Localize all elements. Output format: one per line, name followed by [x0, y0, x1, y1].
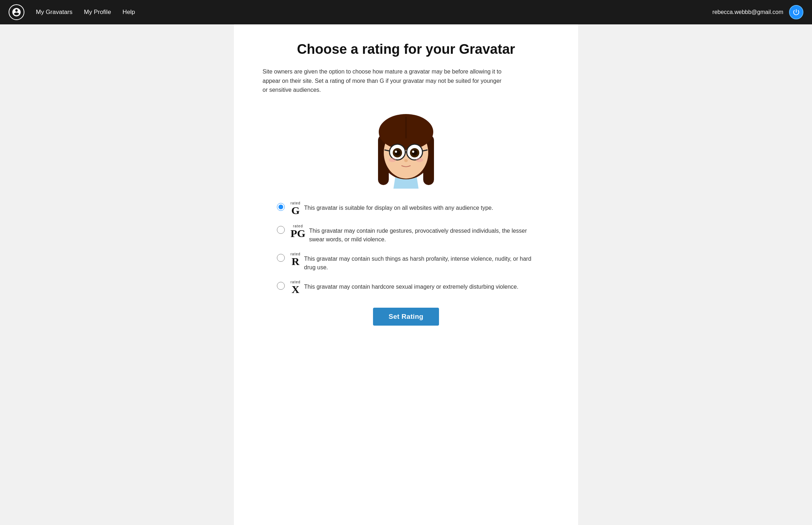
navbar-left: My Gravatars My Profile Help: [9, 4, 135, 20]
svg-point-16: [412, 151, 414, 153]
svg-point-13: [395, 151, 397, 153]
rating-pg-badge: rated PG: [291, 224, 306, 239]
avatar-container: [263, 106, 549, 189]
rating-g-badge: rated G: [291, 202, 301, 216]
help-link[interactable]: Help: [123, 9, 135, 16]
my-gravatars-link[interactable]: My Gravatars: [36, 9, 72, 16]
rating-x-radio[interactable]: [277, 282, 285, 290]
avatar: [367, 106, 445, 189]
svg-point-17: [404, 159, 408, 162]
user-email: rebecca.webbb@gmail.com: [712, 9, 783, 15]
rating-x-label[interactable]: rated X This gravatar may contain hardco…: [291, 280, 518, 295]
rating-option-x: rated X This gravatar may contain hardco…: [277, 280, 535, 295]
rating-option-g: rated G This gravatar is suitable for di…: [277, 202, 535, 216]
button-container: Set Rating: [263, 308, 549, 326]
rating-r-radio[interactable]: [277, 254, 285, 262]
svg-point-18: [389, 158, 396, 162]
rating-option-r: rated R This gravatar may contain such t…: [277, 252, 535, 272]
svg-point-19: [416, 158, 423, 162]
page-description: Site owners are given the option to choo…: [263, 67, 506, 95]
rating-option-pg: rated PG This gravatar may contain rude …: [277, 224, 535, 244]
sign-out-button[interactable]: [789, 5, 803, 19]
gravatar-logo[interactable]: [9, 4, 24, 20]
svg-point-15: [412, 150, 417, 156]
rating-x-badge: rated X: [291, 280, 301, 295]
rating-pg-label[interactable]: rated PG This gravatar may contain rude …: [291, 224, 535, 244]
navbar: My Gravatars My Profile Help rebecca.web…: [0, 0, 812, 24]
rating-r-label[interactable]: rated R This gravatar may contain such t…: [291, 252, 535, 272]
my-profile-link[interactable]: My Profile: [84, 9, 111, 16]
navbar-right: rebecca.webbb@gmail.com: [712, 5, 803, 19]
rating-letter-x: X: [292, 284, 299, 295]
rating-letter-g: G: [291, 205, 299, 216]
rating-r-badge: rated R: [291, 252, 301, 267]
rating-g-description: This gravatar is suitable for display on…: [304, 202, 493, 212]
rating-pg-description: This gravatar may contain rude gestures,…: [309, 224, 535, 244]
main-content: Choose a rating for your Gravatar Site o…: [234, 24, 578, 525]
rating-pg-radio[interactable]: [277, 226, 285, 234]
rating-letter-pg: PG: [291, 228, 306, 239]
rating-options: rated G This gravatar is suitable for di…: [277, 202, 535, 295]
rating-g-radio[interactable]: [277, 203, 285, 211]
rating-g-label[interactable]: rated G This gravatar is suitable for di…: [291, 202, 493, 216]
set-rating-button[interactable]: Set Rating: [373, 308, 439, 326]
svg-point-12: [395, 150, 400, 156]
rating-x-description: This gravatar may contain hardcore sexua…: [304, 280, 519, 291]
rating-letter-r: R: [292, 256, 299, 267]
page-title: Choose a rating for your Gravatar: [263, 42, 549, 57]
rating-r-description: This gravatar may contain such things as…: [304, 252, 535, 272]
